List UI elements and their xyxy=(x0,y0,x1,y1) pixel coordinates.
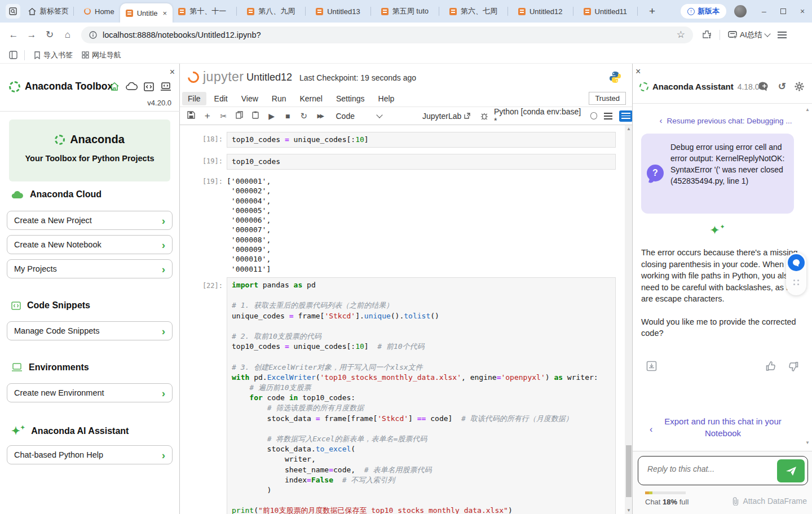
kernel-name[interactable]: Python [conda env:base] * xyxy=(494,107,585,125)
code-cell-22[interactable]: import pandas as pd # 1. 获取去重后的股票代码列表（之前… xyxy=(227,277,616,514)
drag-handle-icon[interactable] xyxy=(793,280,795,281)
insert-to-notebook-icon[interactable] xyxy=(646,361,657,371)
menu-run[interactable]: Run xyxy=(266,92,292,105)
cut-cell-button[interactable]: ✂ xyxy=(215,112,232,121)
assistant-reply-paragraph: The error occurs because there's a missi… xyxy=(641,247,806,305)
tab-untitled-active[interactable]: Untitle × xyxy=(120,3,173,23)
tab-week8-9[interactable]: 第八、九周 xyxy=(241,0,301,23)
url-text[interactable]: localhost:8888/notebooks/Untitled12.ipyn… xyxy=(103,30,677,39)
settings-sliders-button[interactable] xyxy=(619,110,633,122)
chevron-right-icon: › xyxy=(162,326,165,336)
copy-icon xyxy=(236,111,243,119)
new-tab-button[interactable]: + xyxy=(646,5,659,17)
debugger-icon[interactable] xyxy=(480,112,488,120)
toolbox-environments-icon[interactable] xyxy=(160,82,171,91)
import-bookmarks-button[interactable]: 导入书签 xyxy=(34,50,73,60)
url-bar[interactable]: localhost:8888/notebooks/Untitled12.ipyn… xyxy=(81,26,693,43)
window-maximize-button[interactable] xyxy=(774,7,793,16)
notebook-title[interactable]: Untitled12 xyxy=(246,72,292,83)
paste-cell-button[interactable] xyxy=(248,111,264,121)
open-jupyterlab-link[interactable]: JupyterLab xyxy=(422,112,470,121)
sidebar-toggle-icon[interactable] xyxy=(9,51,17,59)
tab-week6-7[interactable]: 第六、七周 xyxy=(444,0,503,23)
menu-help[interactable]: Help xyxy=(373,92,400,105)
scroll-up-icon[interactable]: ▲ xyxy=(804,107,811,112)
trusted-button[interactable]: Trusted xyxy=(589,92,626,105)
scroll-down-icon[interactable]: ▼ xyxy=(804,440,811,445)
ai-summary-button[interactable]: AI总结 xyxy=(728,30,770,40)
new-version-button[interactable]: ↑ 新版本 xyxy=(681,4,726,19)
thumbs-down-icon[interactable] xyxy=(788,361,798,371)
assistant-close-icon[interactable]: × xyxy=(636,67,641,77)
tab-untitled12[interactable]: Untitled12 xyxy=(513,0,568,23)
insert-cell-button[interactable]: + xyxy=(200,110,216,122)
menu-settings[interactable]: Settings xyxy=(330,92,370,105)
extensions-icon[interactable] xyxy=(702,30,712,39)
save-button[interactable] xyxy=(183,111,200,121)
notebook-tools-icon[interactable] xyxy=(604,116,612,117)
browser-menu-icon[interactable] xyxy=(778,34,787,36)
notebook-cells-area[interactable]: [18]: top10_codes = unique_codes[:10] [1… xyxy=(180,125,625,514)
create-new-notebook-button[interactable]: Create a New Notebook› xyxy=(7,235,173,254)
chat-bubble-button[interactable] xyxy=(788,254,805,271)
tab-search-icon[interactable] xyxy=(6,4,20,19)
menu-kernel[interactable]: Kernel xyxy=(294,92,328,105)
menu-view[interactable]: View xyxy=(236,92,264,105)
forward-button[interactable]: → xyxy=(23,29,41,41)
tab-home[interactable]: Home xyxy=(78,0,120,23)
toolbox-close-icon[interactable]: × xyxy=(170,67,175,77)
tab-close-icon[interactable]: × xyxy=(163,9,167,17)
code-cell-19[interactable]: top10_codes xyxy=(227,154,616,170)
resume-chat-link[interactable]: ‹Resume previous chat: Debugging ... xyxy=(650,116,802,125)
history-icon[interactable]: ↺ xyxy=(778,81,786,92)
tab-separator xyxy=(236,7,237,16)
jupyter-logo[interactable]: jupyter xyxy=(188,69,244,85)
chat-based-python-help-button[interactable]: Chat-based Python Help› xyxy=(7,445,173,464)
toolbox-cloud-icon[interactable] xyxy=(126,82,138,91)
settings-gear-icon[interactable] xyxy=(795,82,804,91)
menu-file[interactable]: File xyxy=(182,92,206,105)
code-cell-18[interactable]: top10_codes = unique_codes[:10] xyxy=(227,132,616,148)
toolbox-snippets-icon[interactable] xyxy=(144,82,154,91)
tab-week5-tutorial[interactable]: 第五周 tuto xyxy=(376,0,434,23)
kernel-status-icon[interactable] xyxy=(590,112,598,119)
scrollbar-thumb[interactable] xyxy=(626,445,632,497)
copy-cell-button[interactable] xyxy=(232,111,248,121)
run-cell-button[interactable]: ▶ xyxy=(264,112,280,121)
bookmark-star-icon[interactable]: ☆ xyxy=(677,29,685,41)
restart-kernel-button[interactable]: ↻ xyxy=(296,111,312,121)
tab-week10-11[interactable]: 第十、十一 xyxy=(173,0,232,23)
attach-dataframe-button[interactable]: Attach DataFrame xyxy=(732,497,807,506)
restart-run-all-button[interactable]: ▶▶ xyxy=(312,113,328,119)
create-new-project-button[interactable]: Create a New Project› xyxy=(7,211,173,230)
scroll-down-icon[interactable]: ▼ xyxy=(625,508,633,513)
reload-button[interactable]: ↻ xyxy=(41,29,59,41)
toolbox-home-icon[interactable] xyxy=(109,82,120,91)
profile-avatar[interactable] xyxy=(734,5,747,17)
chevron-right-icon: › xyxy=(162,264,165,274)
create-new-environment-button[interactable]: Create new Environment› xyxy=(7,383,173,402)
home-button[interactable]: ⌂ xyxy=(59,29,77,41)
site-navigation-button[interactable]: 网址导航 xyxy=(82,50,121,60)
floating-assistant-widget[interactable] xyxy=(786,252,806,295)
new-chat-icon[interactable] xyxy=(759,82,770,91)
site-info-icon[interactable] xyxy=(89,31,97,39)
reply-box[interactable] xyxy=(638,456,808,485)
stop-kernel-button[interactable]: ■ xyxy=(280,112,296,121)
manage-code-snippets-button[interactable]: Manage Code Snippets› xyxy=(7,321,173,340)
window-minimize-button[interactable]: – xyxy=(754,7,774,16)
tab-untitled11[interactable]: Untitled11 xyxy=(578,0,633,23)
send-button[interactable] xyxy=(777,459,805,482)
cell-type-dropdown[interactable]: Code xyxy=(336,112,382,121)
export-chat-link[interactable]: ‹ Export and run this chat in your Noteb… xyxy=(650,415,796,439)
notebook-scrollbar[interactable]: ▲ ▼ xyxy=(625,125,633,514)
back-button[interactable]: ← xyxy=(5,29,23,41)
thumbs-up-icon[interactable] xyxy=(766,361,776,371)
my-projects-button[interactable]: My Projects› xyxy=(7,259,173,278)
new-tab-page-item[interactable]: 新标签页 xyxy=(28,6,69,16)
tab-untitled13[interactable]: Untitled13 xyxy=(310,0,366,23)
window-close-button[interactable]: × xyxy=(793,7,812,16)
menu-edit[interactable]: Edit xyxy=(209,92,233,105)
scroll-up-icon[interactable]: ▲ xyxy=(625,126,633,131)
reply-input[interactable] xyxy=(647,464,771,473)
